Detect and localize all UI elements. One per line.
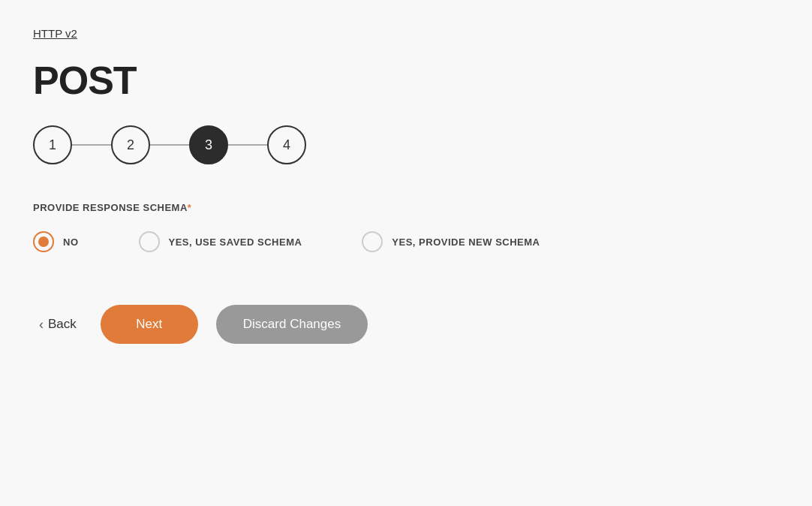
radio-label-no: NO [63, 236, 79, 248]
radio-option-use-saved[interactable]: YES, USE SAVED SCHEMA [139, 231, 302, 252]
back-arrow-icon: ‹ [39, 317, 44, 333]
radio-button-no[interactable] [33, 231, 54, 252]
stepper: 1 2 3 4 [33, 125, 779, 164]
next-button[interactable]: Next [101, 305, 198, 344]
back-button-label: Back [48, 317, 77, 332]
step-4[interactable]: 4 [267, 125, 306, 164]
step-connector-2-3 [150, 144, 189, 146]
required-indicator: * [188, 202, 192, 213]
radio-inner-no [38, 236, 49, 247]
radio-button-provide-new[interactable] [362, 231, 383, 252]
radio-options-group: NO YES, USE SAVED SCHEMA YES, PROVIDE NE… [33, 231, 779, 252]
schema-section-label: PROVIDE RESPONSE SCHEMA* [33, 202, 779, 213]
radio-option-no[interactable]: NO [33, 231, 79, 252]
step-connector-3-4 [228, 144, 267, 146]
page-container: HTTP v2 POST 1 2 3 4 PROVIDE RESPONSE SC… [0, 0, 812, 371]
step-3[interactable]: 3 [189, 125, 228, 164]
step-1[interactable]: 1 [33, 125, 72, 164]
back-button[interactable]: ‹ Back [33, 317, 83, 333]
discard-changes-button[interactable]: Discard Changes [216, 305, 368, 344]
bottom-actions: ‹ Back Next Discard Changes [33, 305, 779, 344]
radio-label-use-saved: YES, USE SAVED SCHEMA [169, 236, 302, 248]
page-title: POST [33, 58, 779, 103]
radio-option-provide-new[interactable]: YES, PROVIDE NEW SCHEMA [362, 231, 540, 252]
step-2[interactable]: 2 [111, 125, 150, 164]
breadcrumb-link[interactable]: HTTP v2 [33, 27, 779, 40]
radio-button-use-saved[interactable] [139, 231, 160, 252]
radio-label-provide-new: YES, PROVIDE NEW SCHEMA [392, 236, 540, 248]
step-connector-1-2 [72, 144, 111, 146]
